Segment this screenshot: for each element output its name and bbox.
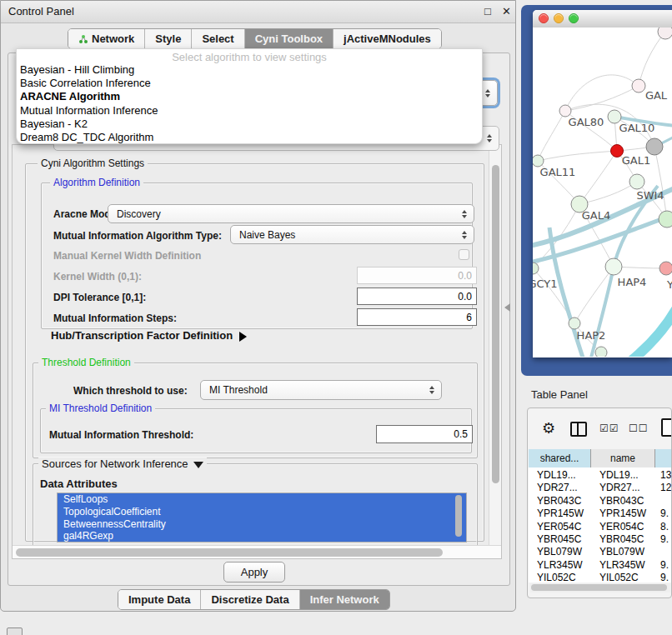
settings-vertical-scrollbar[interactable] bbox=[489, 145, 502, 545]
table-cell: YPR145W bbox=[599, 508, 657, 519]
settings-horizontal-scrollbar[interactable] bbox=[13, 545, 501, 559]
network-node-labels: GALGAL80GAL10GAL1GAL11SWI4GAL4GCY1HAP4YH… bbox=[533, 89, 672, 342]
manual-kernel-checkbox[interactable] bbox=[459, 249, 469, 260]
algorithm-item-basic-correlation-inference[interactable]: Basic Correlation Inference bbox=[17, 77, 482, 90]
deselect-all-checkboxes-icon[interactable]: ☐☐ bbox=[629, 422, 649, 434]
algorithm-definition-title: Algorithm Definition bbox=[50, 177, 143, 188]
float-button[interactable]: □ bbox=[484, 5, 491, 18]
mi-type-value: Naive Bayes bbox=[231, 229, 458, 241]
mi-threshold-label: Mutual Information Threshold: bbox=[49, 429, 193, 441]
node-label-gal11: GAL11 bbox=[540, 166, 576, 178]
select-all-checkboxes-icon[interactable]: ☑☑ bbox=[599, 422, 619, 434]
zoom-traffic-light-icon[interactable] bbox=[569, 13, 579, 23]
network-node[interactable] bbox=[595, 347, 607, 357]
bottom-tab-discretize-data[interactable]: Discretize Data bbox=[201, 590, 299, 609]
network-node-gal80[interactable] bbox=[559, 105, 571, 117]
algorithm-item-mutual-information-inference[interactable]: Mutual Information Inference bbox=[17, 104, 482, 118]
kernel-width-field[interactable] bbox=[357, 267, 477, 284]
tab-style[interactable]: Style bbox=[145, 29, 192, 48]
algorithm-item-dream8-dc-tdc-algorithm[interactable]: Dream8 DC_TDC Algorithm bbox=[17, 131, 482, 144]
attributes-scrollbar[interactable] bbox=[454, 495, 463, 540]
tab-style-label: Style bbox=[155, 32, 181, 45]
mi-type-combo[interactable]: Naive Bayes bbox=[230, 225, 474, 244]
attribute-item-gal4rgexp[interactable]: gal4RGexp bbox=[58, 530, 466, 542]
attribute-item-topologicalcoefficient[interactable]: TopologicalCoefficient bbox=[58, 506, 466, 518]
cyni-bottom-tabs: Impute DataDiscretize DataInfer Network bbox=[118, 589, 390, 610]
tab-cyni-toolbox[interactable]: Cyni Toolbox bbox=[245, 29, 333, 48]
column-header-shared[interactable]: shared... bbox=[529, 449, 591, 468]
control-panel-title: Control Panel bbox=[8, 5, 74, 18]
table-rows: YDL19...YDL19...13YDR27...YDR27...12YBR0… bbox=[529, 468, 672, 582]
aracne-mode-value: Discovery bbox=[108, 208, 458, 220]
panel-splitter-handle-icon[interactable] bbox=[504, 303, 510, 312]
table-row[interactable]: YLR345WYLR345W9. bbox=[529, 559, 672, 572]
table-row[interactable]: YIL052CYIL052C9. bbox=[529, 572, 672, 582]
manual-kernel-label: Manual Kernel Width Definition bbox=[53, 250, 201, 262]
algorithm-item-bayesian-k2[interactable]: Bayesian - K2 bbox=[17, 118, 482, 131]
table-row[interactable]: YPR145WYPR145W9. bbox=[529, 508, 672, 520]
network-canvas[interactable]: GALGAL80GAL10GAL1GAL11SWI4GAL4GCY1HAP4YH… bbox=[533, 28, 672, 357]
tab-jactivemnodules-label: jActiveMNodules bbox=[344, 32, 431, 45]
network-node[interactable] bbox=[658, 28, 672, 39]
tab-jactivemnodules[interactable]: jActiveMNodules bbox=[333, 29, 441, 48]
columns-icon[interactable] bbox=[570, 422, 587, 437]
apply-button[interactable]: Apply bbox=[223, 562, 285, 582]
tab-select[interactable]: Select bbox=[192, 29, 244, 48]
table-row[interactable]: YDL19...YDL19...13 bbox=[529, 469, 672, 482]
network-node-y[interactable] bbox=[659, 262, 672, 275]
network-node-hap2[interactable] bbox=[569, 318, 580, 329]
table-cell: 9. bbox=[660, 572, 672, 582]
table-row[interactable]: YBR043CYBR043C bbox=[529, 495, 672, 508]
bottom-tab-infer-network[interactable]: Infer Network bbox=[300, 590, 389, 609]
network-node-gal[interactable] bbox=[632, 79, 645, 92]
control-panel-titlebar: Control Panel □ ✕ bbox=[1, 1, 515, 23]
bottom-tab-impute-data[interactable]: Impute Data bbox=[118, 590, 201, 609]
hub-definition-toggle[interactable]: Hub/Transcription Factor Definition bbox=[51, 329, 247, 342]
sources-toggle[interactable]: Sources for Network Inference bbox=[38, 458, 207, 470]
collapsed-panel-button[interactable] bbox=[7, 628, 23, 635]
dpi-tolerance-field[interactable] bbox=[357, 288, 477, 305]
tab-cyni-toolbox-label: Cyni Toolbox bbox=[255, 32, 323, 45]
bottom-tab-infer-network-label: Infer Network bbox=[310, 593, 379, 606]
mi-threshold-group: MI Threshold Definition Mutual Informati… bbox=[40, 408, 472, 453]
minimize-traffic-light-icon[interactable] bbox=[554, 13, 564, 23]
network-node[interactable] bbox=[659, 211, 672, 228]
column-header-a[interactable]: A bbox=[655, 449, 672, 468]
close-button[interactable]: ✕ bbox=[502, 5, 511, 18]
table-row[interactable]: YBR045CYBR045C9. bbox=[529, 533, 672, 546]
which-threshold-combo[interactable]: MI Threshold bbox=[200, 380, 442, 400]
aracne-mode-combo[interactable]: Discovery bbox=[108, 204, 474, 223]
network-node-gcy1[interactable] bbox=[533, 262, 539, 274]
attribute-item-selfloops[interactable]: SelfLoops bbox=[58, 493, 466, 506]
tab-network[interactable]: Network bbox=[68, 29, 145, 48]
attribute-item-betweennesscentrality[interactable]: BetweennessCentrality bbox=[58, 518, 466, 531]
table-row[interactable]: YBL079WYBL079W bbox=[529, 546, 672, 558]
table-header-row: shared...nameA bbox=[529, 449, 672, 468]
algorithm-item-bayesian-hill-climbing[interactable]: Bayesian - Hill Climbing bbox=[17, 63, 482, 77]
table-row[interactable]: YER054CYER054C8. bbox=[529, 521, 672, 533]
table-cell: YDR27... bbox=[537, 482, 593, 493]
table-cell: YBR045C bbox=[537, 533, 593, 545]
apply-button-label: Apply bbox=[241, 566, 268, 578]
gear-icon[interactable]: ⚙ bbox=[542, 419, 555, 438]
mi-threshold-field[interactable] bbox=[376, 425, 473, 443]
table-cell: 9. bbox=[660, 533, 672, 545]
algorithm-item-aracne-algorithm[interactable]: ARACNE Algorithm bbox=[17, 90, 482, 103]
table-cell: YDL19... bbox=[537, 469, 593, 481]
new-table-icon[interactable] bbox=[661, 418, 672, 437]
network-view-window: GALGAL80GAL10GAL1GAL11SWI4GAL4GCY1HAP4YH… bbox=[533, 10, 672, 358]
node-label-gal: GAL bbox=[645, 89, 668, 102]
mi-steps-field[interactable] bbox=[357, 308, 477, 326]
table-cell: 12 bbox=[660, 482, 672, 493]
column-header-name[interactable]: name bbox=[591, 449, 655, 468]
combo-stepper-icon bbox=[481, 89, 494, 98]
close-traffic-light-icon[interactable] bbox=[539, 13, 549, 23]
network-node-hap4[interactable] bbox=[605, 258, 622, 275]
table-horizontal-scrollbar[interactable] bbox=[530, 583, 670, 592]
network-node[interactable] bbox=[646, 138, 663, 155]
expand-arrow-icon bbox=[239, 332, 247, 342]
table-row[interactable]: YDR27...YDR27...12 bbox=[529, 482, 672, 494]
mi-steps-label: Mutual Information Steps: bbox=[53, 312, 177, 324]
network-node-swi4[interactable] bbox=[629, 174, 644, 189]
network-node-gal11[interactable] bbox=[533, 155, 544, 167]
